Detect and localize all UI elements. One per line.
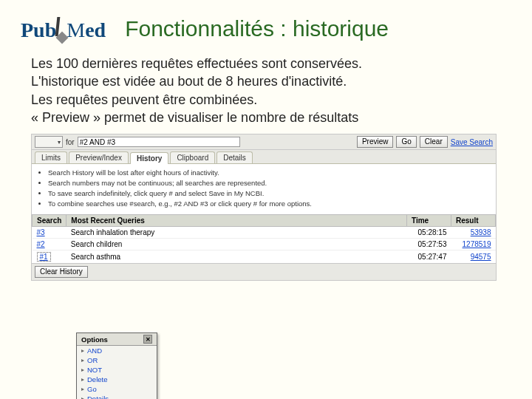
desc-line-1: Les 100 dernières requêtes effectuées so… [31,55,511,72]
info-bullets: Search History will be lost after eight … [32,164,496,214]
menu-item-not[interactable]: ▸NOT [77,365,157,375]
col-result: Result [451,215,496,227]
query-time: 05:28:15 [407,227,451,239]
desc-line-4: « Preview » permet de visualiser le nomb… [31,109,511,126]
close-icon[interactable]: ✕ [143,335,152,344]
menu-title-bar: Options ✕ [77,333,157,346]
tab-limits[interactable]: Limits [35,151,67,163]
tab-bar: Limits Preview/Index History Clipboard D… [32,150,496,164]
menu-item-go[interactable]: ▸Go [77,384,157,394]
history-table: Search Most Recent Queries Time Result #… [32,214,496,263]
col-time: Time [407,215,451,227]
save-search-link[interactable]: Save Search [451,138,493,146]
tab-details[interactable]: Details [216,151,253,163]
pubmed-screenshot: for Preview Go Clear Save Search Limits … [31,134,497,281]
chevron-right-icon: ▸ [81,395,84,399]
query-id-link[interactable]: #2 [37,240,45,248]
query-time: 05:27:53 [407,239,451,250]
result-link[interactable]: 1278519 [463,240,491,248]
menu-title-text: Options [81,335,108,344]
chevron-right-icon: ▸ [81,357,84,364]
logo-text-pub: Pub [21,20,56,41]
chevron-right-icon: ▸ [81,386,84,392]
col-queries: Most Recent Queries [66,215,407,227]
desc-line-2: L'historique est vidée au bout de 8 heur… [31,72,511,90]
tab-clipboard[interactable]: Clipboard [170,151,215,163]
chevron-right-icon: ▸ [81,347,84,354]
col-search: Search [33,215,66,227]
clear-history-button[interactable]: Clear History [35,266,88,278]
history-bottom-bar: Clear History [32,263,496,280]
query-time: 05:27:47 [407,250,451,264]
tab-preview-index[interactable]: Preview/Index [69,151,129,163]
query-id-link[interactable]: #3 [37,228,45,236]
chevron-right-icon: ▸ [81,376,84,383]
bullet-3: To save search indefinitely, click query… [48,189,488,197]
bullet-2: Search numbers may not be continuous; al… [48,179,488,187]
logo-text-med: ed [85,20,106,41]
slide-header: Pub M ed Fonctionnalités : historique [21,16,511,41]
desc-line-3: Les requêtes peuvent être combinées. [31,91,511,109]
table-row: #3 Search inhalation therapy 05:28:15 53… [33,227,496,239]
table-row: #2 Search children 05:27:53 1278519 [33,239,496,250]
query-text: Search inhalation therapy [66,227,407,239]
bullet-1: Search History will be lost after eight … [48,168,488,177]
go-button[interactable]: Go [396,136,416,148]
query-text: Search children [66,239,407,250]
table-row: #1 Search asthma 05:27:47 94575 [33,250,496,264]
query-id-link-active[interactable]: #1 [37,252,51,262]
tab-history[interactable]: History [130,152,168,164]
clear-button[interactable]: Clear [420,136,448,148]
menu-item-or[interactable]: ▸OR [77,355,157,365]
menu-item-details[interactable]: ▸Details [77,394,157,399]
slide-title: Fonctionnalités : historique [125,16,389,41]
result-link[interactable]: 94575 [471,253,491,261]
menu-item-and[interactable]: ▸AND [77,346,157,355]
preview-button[interactable]: Preview [357,136,394,148]
chevron-right-icon: ▸ [81,366,84,373]
slide-description: Les 100 dernières requêtes effectuées so… [31,55,511,126]
search-input[interactable] [78,137,240,147]
database-select[interactable] [35,136,63,148]
logo-book-icon [55,17,68,42]
pubmed-logo: Pub M ed [21,17,106,41]
search-toolbar: for Preview Go Clear Save Search [32,134,496,150]
options-context-menu: Options ✕ ▸AND ▸OR ▸NOT ▸Delete ▸Go ▸Det… [76,332,157,399]
menu-item-delete[interactable]: ▸Delete [77,375,157,384]
query-text: Search asthma [66,250,407,264]
for-label: for [66,138,75,146]
bullet-4: To combine searches use #search, e.g., #… [48,200,488,208]
result-link[interactable]: 53938 [471,228,491,236]
